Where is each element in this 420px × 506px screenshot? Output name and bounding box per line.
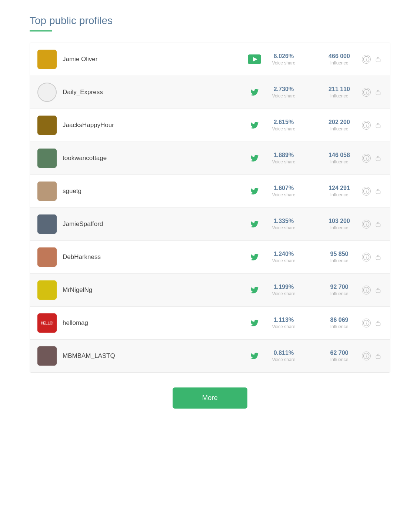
profile-row-daily-express: Daily_Express 2.730% Voice share 211 110… [30, 76, 390, 109]
info-icon-mbmbam-lastq[interactable] [362, 352, 371, 360]
lock-icon-deb-harkness[interactable] [374, 253, 383, 262]
influence-value-daily-express: 211 110 [323, 86, 356, 93]
info-icon-tookwancottage[interactable] [362, 154, 371, 163]
info-icon-sguetg[interactable] [362, 187, 371, 196]
info-icon-deb-harkness[interactable] [362, 253, 371, 262]
influence-block-jamie-oliver: 466 000 Influence [323, 53, 356, 66]
profile-row-sguetg: sguetg 1.607% Voice share 124 291 Influe… [30, 175, 390, 208]
svg-rect-33 [376, 290, 380, 293]
profile-name-hellomag: hellomag [63, 319, 242, 327]
influence-value-jaacks-happy-hour: 202 200 [323, 119, 356, 126]
lock-icon-jamie-spafford[interactable] [374, 220, 383, 229]
platform-icon-deb-harkness [248, 253, 261, 262]
voice-share-value-mr-nigel-ng: 1.199% [267, 284, 300, 290]
stats-group-mbmbam-lastq: 0.811% Voice share 62 700 Influence [267, 350, 356, 362]
svg-rect-9 [376, 92, 380, 95]
action-icons-mbmbam-lastq [362, 352, 383, 360]
profile-avatar-deb-harkness [37, 247, 57, 267]
stats-group-mr-nigel-ng: 1.199% Voice share 92 700 Influence [267, 284, 356, 296]
voice-share-label-jaacks-happy-hour: Voice share [267, 126, 300, 132]
info-icon-jaacks-happy-hour[interactable] [362, 121, 371, 130]
svg-point-32 [366, 289, 366, 289]
svg-point-8 [366, 91, 366, 91]
influence-value-mbmbam-lastq: 62 700 [323, 350, 356, 356]
profile-name-jamie-oliver: Jamie Oliver [63, 56, 242, 63]
voice-share-value-jamie-oliver: 6.026% [267, 53, 300, 60]
influence-block-mr-nigel-ng: 92 700 Influence [323, 284, 356, 296]
svg-rect-37 [376, 323, 380, 326]
lock-icon-hellomag[interactable] [374, 319, 383, 327]
profile-avatar-jamie-spafford [37, 214, 57, 234]
voice-share-label-sguetg: Voice share [267, 192, 300, 197]
voice-share-block-sguetg: 1.607% Voice share [267, 185, 300, 197]
info-icon-mr-nigel-ng[interactable] [362, 286, 371, 294]
svg-rect-41 [376, 356, 380, 359]
influence-value-jamie-spafford: 103 200 [323, 218, 356, 224]
influence-label-deb-harkness: Influence [323, 258, 356, 263]
lock-icon-mbmbam-lastq[interactable] [374, 352, 383, 360]
voice-share-value-jaacks-happy-hour: 2.615% [267, 119, 300, 126]
svg-rect-13 [376, 125, 380, 128]
info-icon-jamie-spafford[interactable] [362, 220, 371, 229]
influence-value-hellomag: 86 069 [323, 317, 356, 323]
lock-icon-jamie-oliver[interactable] [374, 55, 383, 64]
profile-row-tookwancottage: tookwancottage 1.889% Voice share 146 05… [30, 142, 390, 175]
influence-value-jamie-oliver: 466 000 [323, 53, 356, 60]
action-icons-jamie-oliver [362, 55, 383, 64]
svg-rect-5 [376, 59, 380, 62]
influence-label-jamie-oliver: Influence [323, 60, 356, 66]
info-icon-hellomag[interactable] [362, 319, 371, 327]
profile-row-hellomag: HELLO! hellomag 1.113% Voice share 86 06… [30, 307, 390, 340]
voice-share-label-jamie-spafford: Voice share [267, 225, 300, 230]
voice-share-block-jaacks-happy-hour: 2.615% Voice share [267, 119, 300, 132]
more-button[interactable]: More [173, 387, 247, 409]
influence-label-daily-express: Influence [323, 93, 356, 99]
profile-row-jamie-oliver: Jamie Oliver 6.026% Voice share 466 000 … [30, 43, 390, 76]
voice-share-label-tookwancottage: Voice share [267, 159, 300, 164]
influence-block-sguetg: 124 291 Influence [323, 185, 356, 197]
influence-value-deb-harkness: 95 850 [323, 251, 356, 257]
stats-group-tookwancottage: 1.889% Voice share 146 058 Influence [267, 152, 356, 164]
profiles-list: Jamie Oliver 6.026% Voice share 466 000 … [30, 43, 390, 373]
profile-row-mr-nigel-ng: MrNigelNg 1.199% Voice share 92 700 Infl… [30, 274, 390, 307]
svg-point-36 [366, 322, 366, 322]
lock-icon-daily-express[interactable] [374, 88, 383, 97]
platform-icon-jamie-oliver [248, 54, 261, 64]
influence-block-hellomag: 86 069 Influence [323, 317, 356, 329]
influence-label-mr-nigel-ng: Influence [323, 291, 356, 296]
voice-share-block-tookwancottage: 1.889% Voice share [267, 152, 300, 164]
action-icons-deb-harkness [362, 253, 383, 262]
action-icons-tookwancottage [362, 154, 383, 163]
profile-name-daily-express: Daily_Express [63, 89, 242, 96]
profile-name-jamie-spafford: JamieSpafford [63, 220, 242, 228]
platform-icon-jaacks-happy-hour [248, 121, 261, 130]
voice-share-block-jamie-oliver: 6.026% Voice share [267, 53, 300, 66]
platform-icon-sguetg [248, 187, 261, 196]
influence-value-mr-nigel-ng: 92 700 [323, 284, 356, 290]
stats-group-hellomag: 1.113% Voice share 86 069 Influence [267, 317, 356, 329]
lock-icon-mr-nigel-ng[interactable] [374, 286, 383, 294]
profile-avatar-sguetg [37, 182, 57, 201]
stats-group-jamie-spafford: 1.335% Voice share 103 200 Influence [267, 218, 356, 230]
lock-icon-tookwancottage[interactable] [374, 154, 383, 163]
profile-avatar-tookwancottage [37, 149, 57, 168]
profile-avatar-hellomag: HELLO! [37, 313, 57, 333]
influence-label-jamie-spafford: Influence [323, 225, 356, 230]
action-icons-jamie-spafford [362, 220, 383, 229]
action-icons-hellomag [362, 319, 383, 327]
info-icon-jamie-oliver[interactable] [362, 55, 371, 64]
voice-share-block-mbmbam-lastq: 0.811% Voice share [267, 350, 300, 362]
lock-icon-sguetg[interactable] [374, 187, 383, 196]
voice-share-value-hellomag: 1.113% [267, 317, 300, 323]
voice-share-value-daily-express: 2.730% [267, 86, 300, 93]
profile-row-jamie-spafford: JamieSpafford 1.335% Voice share 103 200… [30, 208, 390, 241]
stats-group-deb-harkness: 1.240% Voice share 95 850 Influence [267, 251, 356, 263]
stats-group-jaacks-happy-hour: 2.615% Voice share 202 200 Influence [267, 119, 356, 132]
profile-row-mbmbam-lastq: MBMBAM_LASTQ 0.811% Voice share 62 700 I… [30, 340, 390, 372]
info-icon-daily-express[interactable] [362, 88, 371, 97]
influence-block-jamie-spafford: 103 200 Influence [323, 218, 356, 230]
influence-block-jaacks-happy-hour: 202 200 Influence [323, 119, 356, 132]
lock-icon-jaacks-happy-hour[interactable] [374, 121, 383, 130]
svg-rect-29 [376, 257, 380, 260]
svg-rect-21 [376, 191, 380, 194]
